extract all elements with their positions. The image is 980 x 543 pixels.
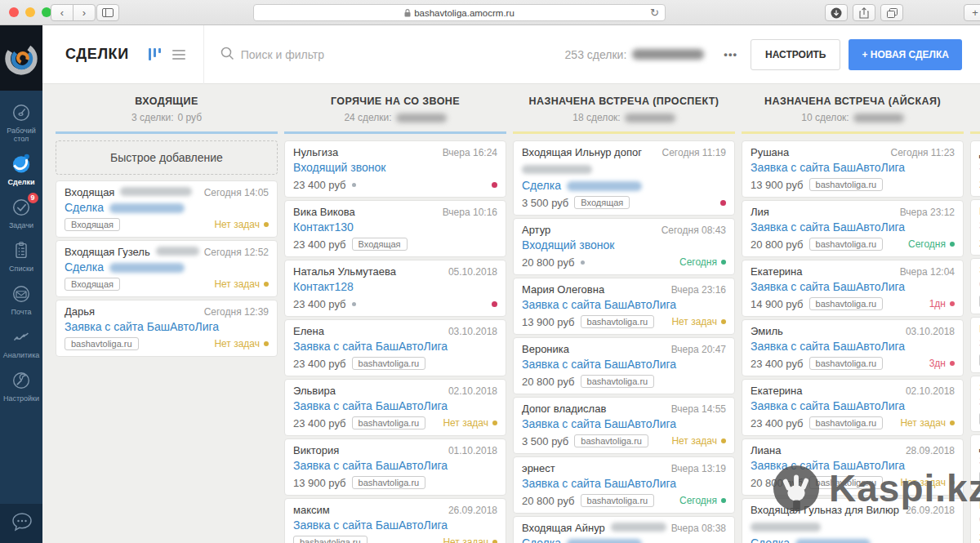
new-tab-button[interactable]: + <box>964 4 980 21</box>
deal-card[interactable]: Эмиль03.10.2018Заявка с сайта БашАвтоЛиг… <box>742 319 964 376</box>
card-top-row: Вика ВиковаВчера 10:16 <box>293 207 497 218</box>
deal-link[interactable]: Заявка с сайта БашАвтоЛига <box>522 298 676 311</box>
chat-bubble-icon[interactable] <box>10 510 34 537</box>
deal-card[interactable]: ЕкатеринаВчера 12:04Заявка с сайта БашАв… <box>742 260 964 317</box>
card-link-row: Заявка с сайта БашАвтоЛига <box>65 320 269 333</box>
deal-card[interactable]: Входящая Ильнур допогСегодня 11:19Сделка… <box>513 140 735 216</box>
deal-card[interactable]: эрнестВчера 13:19Заявка с сайта БашАвтоЛ… <box>513 456 735 514</box>
search-input[interactable]: Поиск и фильтр <box>220 47 324 63</box>
deal-card[interactable]: ДЗ2 <box>970 140 980 197</box>
sidebar-item-settings[interactable]: Настройки <box>0 369 42 403</box>
deal-card[interactable]: ЭЗb <box>970 376 980 432</box>
card-link-row: Заявка с сайта БашАвтоЛига <box>751 280 955 293</box>
deal-card[interactable]: максим26.09.2018Заявка с сайта БашАвтоЛи… <box>284 498 506 543</box>
deal-link[interactable]: Контакт130 <box>293 220 354 234</box>
deal-card[interactable]: ВС2 <box>970 493 980 543</box>
deal-card[interactable]: Елена03.10.2018Заявка с сайта БашАвтоЛиг… <box>284 319 506 376</box>
kanban-view-icon[interactable] <box>149 48 161 60</box>
deal-card[interactable]: ВероникаВчера 20:47Заявка с сайта БашАвт… <box>513 337 735 394</box>
list-view-icon[interactable] <box>172 48 185 60</box>
contact-name: Рушана <box>751 147 789 158</box>
deal-link[interactable]: Заявка с сайта БашАвтоЛига <box>751 161 905 174</box>
task-status: Сегодня <box>679 256 717 268</box>
deal-link[interactable]: Сделка <box>522 536 561 543</box>
browser-sidebar-toggle-icon[interactable] <box>96 4 119 21</box>
share-icon[interactable] <box>853 4 875 21</box>
sidebar-item-lists[interactable]: Списки <box>0 239 42 273</box>
card-bottom-row: 23 400 рубbashavtoliga.ruНет задач <box>751 416 955 430</box>
deal-card[interactable]: Екатерина02.10.2018Заявка с сайта БашАвт… <box>742 379 964 436</box>
deal-card[interactable]: Входящая ГузельСегодня 12:52СделкаВходящ… <box>56 240 278 297</box>
deal-card[interactable]: ВходящаяСегодня 14:05СделкаВходящаяНет з… <box>56 180 278 238</box>
new-deal-button[interactable]: + НОВАЯ СДЕЛКА <box>849 39 962 70</box>
deal-card[interactable]: Виктория01.10.2018Заявка с сайта БашАвто… <box>284 438 506 496</box>
deal-card[interactable]: Эльвира02.10.2018Заявка с сайта БашАвтоЛ… <box>284 379 506 436</box>
deal-link[interactable]: Входящий звонок <box>522 238 614 251</box>
deal-link[interactable]: Заявка с сайта БашАвтоЛига <box>65 320 219 333</box>
deal-link[interactable]: Заявка с сайта БашАвтоЛига <box>751 220 905 234</box>
deal-card[interactable]: РЗb <box>970 317 980 373</box>
more-options-button[interactable]: ••• <box>724 48 737 60</box>
browser-forward-button[interactable]: › <box>73 4 96 21</box>
status-dot <box>492 421 497 425</box>
deal-card[interactable]: РушанаСегодня 11:23Заявка с сайта БашАвт… <box>742 140 964 198</box>
card-link-row: Входящий звонок <box>522 238 726 251</box>
card-date: 26.09.2018 <box>901 505 955 516</box>
deal-card[interactable]: ЛияВчера 23:12Заявка с сайта БашАвтоЛига… <box>742 200 964 257</box>
deal-tag: bashavtoliga.ru <box>352 357 426 370</box>
close-window-button[interactable] <box>9 7 19 17</box>
deal-link[interactable]: Заявка с сайта БашАвтоЛига <box>522 417 676 430</box>
board: ВХОДЯЩИЕ3 сделки:0 рубБыстрое добавление… <box>42 84 980 543</box>
deal-card[interactable]: НульгизаВчера 16:24Входящий звонок23 400… <box>284 140 506 198</box>
sidebar-item-mail[interactable]: Почта <box>0 283 42 316</box>
card-link-row: Заявка с сайта БашАвтоЛига <box>293 519 497 532</box>
deal-card[interactable]: Допог владиславВчера 14:55Заявка с сайта… <box>513 397 735 454</box>
deal-card[interactable]: Мария ОлеговнаВчера 23:16Заявка с сайта … <box>513 278 735 335</box>
deal-link[interactable]: Сделка <box>522 179 561 192</box>
quick-add-button[interactable]: Быстрое добавление <box>56 140 278 175</box>
deal-card[interactable]: АртурСегодня 08:43Входящий звонок20 800 … <box>513 218 735 275</box>
downloads-icon[interactable] <box>825 4 848 21</box>
deal-card[interactable]: Входящая АйнурВчера 08:38Сделка15 000 ру… <box>513 516 735 543</box>
card-bottom-row: 14 900 рубbashavtoliga.ru1дн <box>751 297 955 310</box>
deal-card[interactable]: Вика ВиковаВчера 10:16Контакт13023 400 р… <box>284 200 506 257</box>
deal-link[interactable]: Заявка с сайта БашАвтоЛига <box>293 340 448 353</box>
deal-link[interactable]: Заявка с сайта БашАвтоЛига <box>751 280 905 293</box>
deal-link[interactable]: Заявка с сайта БашАвтоЛига <box>751 340 905 353</box>
deal-card[interactable]: ДарьяСегодня 12:39Заявка с сайта БашАвто… <box>56 300 278 357</box>
deal-card[interactable]: Лиана28.09.2018Заявка с сайта БашАвтоЛиг… <box>742 438 964 496</box>
sidebar-item-analytics[interactable]: Аналитика <box>0 326 42 359</box>
price-dot <box>581 260 585 265</box>
minimize-window-button[interactable] <box>25 7 35 17</box>
deal-link[interactable]: Сделка <box>751 536 790 543</box>
deal-card[interactable]: Наталья Ульмутаева05.10.2018Контакт12823… <box>284 260 506 317</box>
tabs-overview-icon[interactable] <box>880 4 903 21</box>
account-logo[interactable] <box>0 25 42 91</box>
deal-card[interactable]: ЭСВ <box>970 258 980 314</box>
card-bottom-left: bashavtoliga.ru <box>65 337 139 350</box>
deal-card[interactable]: КЗ2 <box>970 199 980 256</box>
deal-link[interactable]: Заявка с сайта БашАвтоЛига <box>293 399 448 412</box>
configure-button[interactable]: НАСТРОИТЬ <box>751 39 841 70</box>
card-top-row: ВходящаяСегодня 14:05 <box>65 187 269 198</box>
reload-icon[interactable]: ↻ <box>650 7 659 19</box>
sidebar-item-dashboard[interactable]: Рабочий стол <box>0 101 42 143</box>
deal-link[interactable]: Заявка с сайта БашАвтоЛига <box>522 358 676 371</box>
deal-card[interactable]: ДЗb <box>970 434 980 491</box>
deal-link[interactable]: Заявка с сайта БашАвтоЛига <box>293 459 448 472</box>
deal-link[interactable]: Заявка с сайта БашАвтоЛига <box>751 399 905 412</box>
sidebar-item-deals[interactable]: Сделки <box>0 153 42 186</box>
deal-card[interactable]: Входящая Гульназ для Вилюр26.09.2018Сдел… <box>742 498 964 543</box>
deal-link[interactable]: Сделка <box>65 201 104 214</box>
deal-link[interactable]: Заявка с сайта БашАвтоЛига <box>522 477 676 490</box>
browser-address-bar[interactable]: bashavtoliga.amocrm.ru ↻ <box>253 4 666 21</box>
sidebar-item-tasks[interactable]: 9Задачи <box>0 196 42 229</box>
browser-chrome: ‹ › bashavtoliga.amocrm.ru ↻ + <box>0 0 980 25</box>
deal-link[interactable]: Заявка с сайта БашАвтоЛига <box>293 519 448 532</box>
deal-link[interactable]: Сделка <box>65 260 104 274</box>
deal-link[interactable]: Контакт128 <box>293 280 354 293</box>
deal-link[interactable]: Заявка с сайта БашАвтоЛига <box>751 459 905 472</box>
card-bottom-right: Нет задач <box>900 477 955 488</box>
browser-back-button[interactable]: ‹ <box>51 4 74 21</box>
deal-link[interactable]: Входящий звонок <box>293 161 385 174</box>
